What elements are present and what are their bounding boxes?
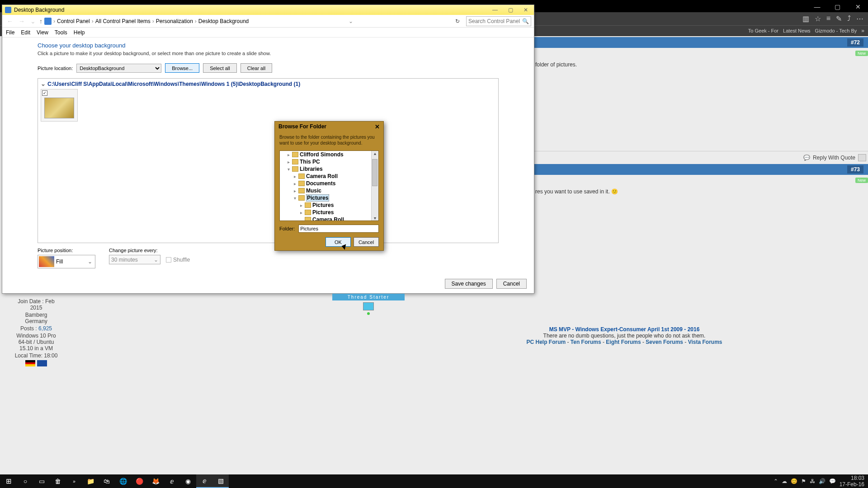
browser-min-button[interactable]: — [807, 0, 827, 14]
window-min-button[interactable]: — [490, 7, 500, 13]
post-number[interactable]: #72 [847, 38, 863, 47]
task-view-button[interactable]: ▭ [33, 474, 50, 488]
breadcrumb[interactable]: All Control Panel Items [95, 18, 151, 24]
breadcrumb-sep[interactable]: › [152, 18, 154, 24]
taskbar-clock[interactable]: 18:03 17-Feb-16 [840, 475, 864, 488]
expand-icon[interactable]: ▸ [292, 188, 297, 193]
dialog-close-button[interactable]: ✕ [375, 123, 380, 130]
menu-view[interactable]: View [37, 29, 48, 36]
cancel-button[interactable]: Cancel [496, 279, 527, 289]
taskbar-app[interactable]: 🔴 [131, 474, 147, 488]
browser-max-button[interactable]: ▢ [827, 0, 848, 14]
bookmark-overflow-icon[interactable]: » [861, 28, 864, 34]
breadcrumb[interactable]: Personalization [156, 18, 193, 24]
taskbar-app-explorer[interactable]: 📁 [82, 474, 99, 488]
reading-view-icon[interactable]: ▥ [802, 14, 809, 23]
tree-item[interactable]: ▾Pictures [280, 194, 378, 202]
breadcrumb-sep[interactable]: › [195, 18, 197, 24]
more-icon[interactable]: ⋯ [856, 14, 863, 23]
dialog-titlebar[interactable]: Browse For Folder ✕ [275, 122, 383, 131]
bookmark-link[interactable]: Gizmodo - Tech By [815, 28, 857, 33]
thumbnail-checkbox[interactable]: ✓ [42, 90, 47, 96]
share-icon[interactable]: ⤴ [847, 14, 851, 23]
nav-back-button[interactable]: ← [5, 18, 15, 25]
tray-icon[interactable]: 😊 [791, 478, 797, 484]
save-changes-button[interactable]: Save changes [445, 279, 493, 289]
expand-icon[interactable]: ▸ [299, 210, 303, 215]
select-all-button[interactable]: Select all [203, 63, 237, 73]
hub-icon[interactable]: ≡ [826, 14, 830, 23]
window-titlebar[interactable]: Desktop Background — ▢ ✕ [2, 5, 534, 15]
scrollbar-thumb[interactable] [372, 159, 377, 186]
menu-file[interactable]: File [6, 29, 14, 36]
post-number[interactable]: #73 [847, 165, 863, 174]
user-posts-count[interactable]: 6,925 [38, 325, 52, 332]
tree-scrollbar[interactable]: ▴ ▾ [371, 151, 378, 221]
tree-item[interactable]: ▸Pictures [280, 209, 378, 216]
bookmark-link[interactable]: Latest News [783, 28, 811, 33]
expand-icon[interactable]: ▾ [292, 196, 297, 201]
bookmark-link[interactable]: To Geek - For [748, 28, 778, 33]
taskbar-app-store[interactable]: 🛍 [99, 474, 115, 488]
reply-button[interactable]: Reply With Quote [813, 155, 855, 161]
nav-up-button[interactable]: ↑ [39, 18, 42, 25]
menu-tools[interactable]: Tools [55, 29, 67, 36]
sig-link[interactable]: Eight Forums [606, 339, 641, 345]
tree-item[interactable]: ▸Music [280, 187, 378, 194]
breadcrumb-sep[interactable]: › [53, 18, 55, 24]
taskbar-app-controlpanel[interactable]: ▧ [212, 474, 229, 488]
search-icon[interactable]: 🔍 [522, 18, 529, 24]
taskbar-app-chrome[interactable]: ◉ [180, 474, 196, 488]
sig-link[interactable]: Vista Forums [688, 339, 722, 345]
tray-network-icon[interactable]: 🖧 [810, 478, 815, 484]
tree-item[interactable]: ▸Clifford Simonds [280, 151, 378, 158]
breadcrumb[interactable]: Control Panel [57, 18, 90, 24]
sig-link[interactable]: Seven Forums [646, 339, 683, 345]
expand-icon[interactable]: ▾ [286, 167, 291, 172]
nav-recent-button[interactable]: ⌄ [28, 18, 38, 25]
start-button[interactable]: ⊞ [0, 474, 17, 488]
sig-link[interactable]: Ten Forums [571, 339, 601, 345]
tree-item[interactable]: Camera Roll [280, 216, 378, 221]
expand-icon[interactable]: ▸ [299, 203, 303, 208]
folder-tree[interactable]: ▸Clifford Simonds▸This PC▾Libraries▸Came… [279, 150, 379, 221]
tray-icon[interactable]: ⚑ [801, 478, 806, 484]
cortana-button[interactable]: ○ [17, 474, 33, 488]
refresh-button[interactable]: ↻ [453, 18, 462, 24]
taskbar-app-ie[interactable]: ⅇ [164, 474, 180, 488]
expand-icon[interactable]: ▸ [286, 160, 291, 164]
tree-item[interactable]: ▾Libraries [280, 165, 378, 173]
picture-position-select[interactable]: Fill ⌄ [38, 255, 95, 268]
menu-help[interactable]: Help [74, 29, 85, 36]
avatar[interactable] [363, 302, 374, 310]
menu-edit[interactable]: Edit [21, 29, 30, 36]
window-max-button[interactable]: ▢ [505, 7, 516, 13]
picture-thumbnail[interactable]: ✓ [41, 89, 78, 122]
scroll-down-button[interactable]: ▾ [372, 216, 378, 221]
tree-item[interactable]: ▸Pictures [280, 202, 378, 209]
breadcrumb[interactable]: Desktop Background [198, 18, 249, 24]
notes-icon[interactable]: ✎ [836, 14, 842, 23]
tree-item[interactable]: ▸Documents [280, 180, 378, 187]
browser-close-button[interactable]: ✕ [848, 0, 868, 14]
favorite-icon[interactable]: ☆ [815, 14, 821, 23]
cancel-button[interactable]: Cancel [354, 237, 379, 247]
sig-link[interactable]: PC Help Forum [527, 339, 566, 345]
tray-notification-icon[interactable]: 💬 [829, 478, 836, 484]
tray-volume-icon[interactable]: 🔊 [819, 478, 826, 484]
folder-input[interactable] [298, 225, 379, 233]
expand-icon[interactable]: ▸ [292, 181, 297, 186]
window-close-button[interactable]: ✕ [520, 7, 531, 13]
scroll-up-button[interactable]: ▴ [372, 151, 378, 156]
taskbar-overflow[interactable]: » [66, 474, 82, 488]
expand-icon[interactable]: ▸ [292, 174, 297, 179]
gallery-group-path[interactable]: C:\Users\Cliff S\AppData\Local\Microsoft… [41, 80, 495, 87]
breadcrumb-sep[interactable]: › [92, 18, 94, 24]
tray-icon[interactable]: ☁ [782, 478, 787, 484]
tray-overflow-icon[interactable]: ⌃ [774, 478, 778, 484]
taskbar-app[interactable]: 🌐 [115, 474, 131, 488]
tree-item[interactable]: ▸Camera Roll [280, 173, 378, 180]
expand-icon[interactable]: ▸ [286, 152, 291, 157]
address-dropdown-button[interactable]: ⌄ [349, 18, 353, 24]
clear-all-button[interactable]: Clear all [241, 63, 272, 73]
